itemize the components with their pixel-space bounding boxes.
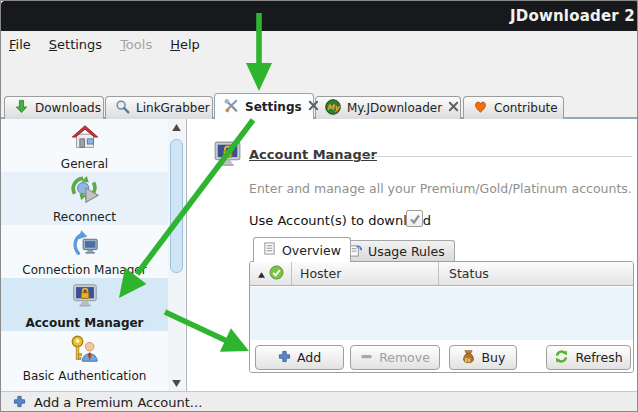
moneybag-icon xyxy=(461,349,476,367)
settings-sidebar: General Reconnect Connection Manager Acc… xyxy=(1,119,187,391)
home-icon xyxy=(70,122,100,156)
remove-button[interactable]: Remove xyxy=(350,345,440,370)
tab-myjdownloader[interactable]: My My.JDownloader xyxy=(315,96,461,119)
menu-settings[interactable]: Settings xyxy=(44,33,107,56)
tab-settings[interactable]: Settings xyxy=(214,93,314,119)
sidebar-item-label: Account Manager xyxy=(25,316,143,330)
settings-body: General Reconnect Connection Manager Acc… xyxy=(1,119,638,391)
menu-file[interactable]: File xyxy=(4,33,36,56)
sidebar-scrollbar[interactable] xyxy=(168,119,185,391)
menu-tools: Tools xyxy=(115,33,157,56)
table-header: Hoster Status xyxy=(250,262,633,286)
tab-linkgrabber[interactable]: LinkGrabber xyxy=(105,96,213,119)
toolbar: ✓ ✓ ✓ xyxy=(1,58,638,93)
sidebar-item-basic-authentication[interactable]: Basic Authentication xyxy=(1,331,168,384)
panel-tab-label: Usage Rules xyxy=(368,244,445,259)
sort-asc-icon xyxy=(258,266,265,281)
panel-tab-overview[interactable]: Overview xyxy=(253,237,351,262)
table-header-enabled-column[interactable] xyxy=(250,262,292,285)
list-icon xyxy=(263,242,276,258)
table-header-hoster[interactable]: Hoster xyxy=(292,262,439,285)
page-title: Account Manager xyxy=(249,147,377,162)
key-user-icon xyxy=(70,334,100,368)
myjd-logo-icon: My xyxy=(325,99,341,118)
panel-tab-label: Overview xyxy=(282,243,341,258)
sidebar-item-label: Connection Manager xyxy=(22,263,146,277)
button-label: Remove xyxy=(379,350,430,365)
tab-contribute[interactable]: Contribute xyxy=(463,96,564,119)
scroll-down-icon[interactable] xyxy=(168,375,185,391)
svg-text:My: My xyxy=(327,103,340,112)
list-arrow-icon xyxy=(349,244,362,260)
menu-help[interactable]: Help xyxy=(165,33,205,56)
buy-button[interactable]: Buy xyxy=(449,345,517,370)
table-body-empty[interactable] xyxy=(250,287,633,340)
use-accounts-label: Use Account(s) to download xyxy=(249,213,431,228)
tools-icon xyxy=(224,98,239,116)
green-check-icon xyxy=(269,265,284,283)
sidebar-item-label: Basic Authentication xyxy=(23,369,147,383)
close-icon[interactable] xyxy=(448,101,459,115)
tab-label: Settings xyxy=(245,100,302,114)
connections-icon xyxy=(70,228,100,262)
refresh-icon xyxy=(554,349,569,367)
titlebar: JDownloader 2 xyxy=(1,1,638,31)
account-manager-panel: Account Manager Enter and manage all you… xyxy=(188,119,638,391)
main-tabbar: Downloads LinkGrabber Settings My My.JDo… xyxy=(1,93,638,119)
add-premium-account-link[interactable]: Add a Premium Account... xyxy=(34,395,202,410)
statusbar[interactable]: Add a Premium Account... xyxy=(1,391,638,412)
page-description: Enter and manage all your Premium/Gold/P… xyxy=(249,181,632,196)
sidebar-item-account-manager[interactable]: Account Manager xyxy=(1,278,168,331)
heart-icon xyxy=(473,99,488,117)
monitor-lock-icon xyxy=(70,281,100,315)
download-arrow-icon xyxy=(14,99,29,117)
panel-tab-usage-rules[interactable]: Usage Rules xyxy=(339,240,455,262)
window-title: JDownloader 2 xyxy=(510,7,635,25)
button-label: Buy xyxy=(482,350,506,365)
magnifier-icon xyxy=(115,99,130,117)
add-button[interactable]: Add xyxy=(255,345,344,370)
sidebar-item-connection-manager[interactable]: Connection Manager xyxy=(1,225,168,278)
table-button-row: Add Remove Buy Refresh xyxy=(250,340,633,373)
reconnect-globe-icon xyxy=(70,175,100,209)
scrollbar-thumb[interactable] xyxy=(170,139,183,273)
sidebar-item-reconnect[interactable]: Reconnect xyxy=(1,172,168,225)
menubar: File Settings Tools Help xyxy=(1,31,638,58)
sidebar-item-label: General xyxy=(61,157,108,171)
use-accounts-checkbox[interactable] xyxy=(406,210,423,227)
tab-label: LinkGrabber xyxy=(136,101,210,115)
accounts-table: Hoster Status Add Remove Buy xyxy=(249,261,634,373)
monitor-lock-icon xyxy=(211,138,244,175)
tab-label: My.JDownloader xyxy=(347,101,442,115)
plus-icon xyxy=(278,350,291,366)
minus-icon xyxy=(360,350,373,366)
tab-downloads[interactable]: Downloads xyxy=(4,96,104,119)
button-label: Add xyxy=(297,350,321,365)
refresh-button[interactable]: Refresh xyxy=(546,345,631,370)
heading-rule xyxy=(360,156,632,157)
plus-icon xyxy=(13,393,26,412)
sidebar-item-general[interactable]: General xyxy=(1,119,168,172)
tab-label: Contribute xyxy=(494,101,558,115)
jdownloader-window: JDownloader 2 File Settings Tools Help xyxy=(0,0,638,412)
tab-label: Downloads xyxy=(35,101,101,115)
sidebar-item-label: Reconnect xyxy=(53,210,116,224)
table-header-status[interactable]: Status xyxy=(439,262,633,285)
button-label: Refresh xyxy=(575,350,622,365)
close-icon[interactable] xyxy=(308,100,319,114)
scroll-up-icon[interactable] xyxy=(168,119,185,135)
